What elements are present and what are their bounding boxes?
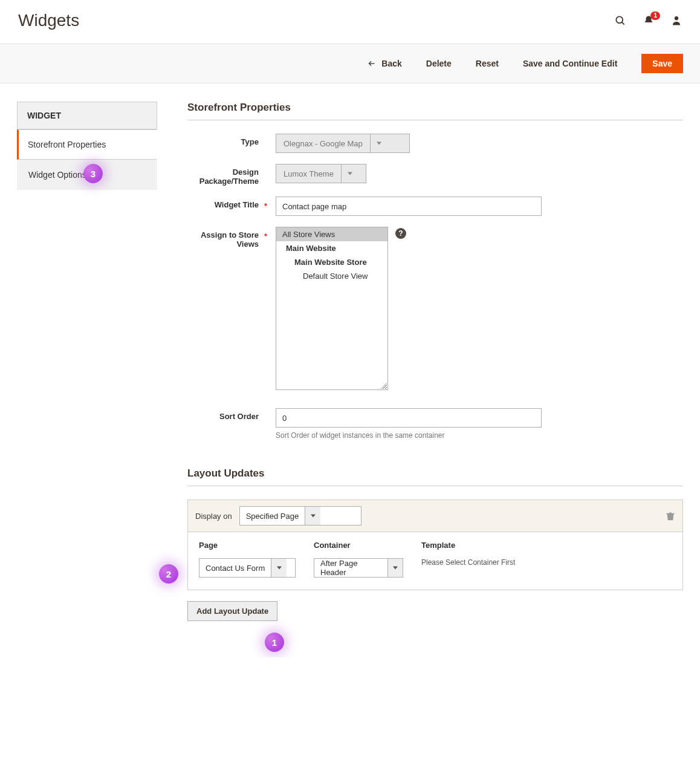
svg-point-2 [675,16,678,20]
save-continue-button[interactable]: Save and Continue Edit [523,59,617,68]
store-option-view[interactable]: Default Store View [276,269,387,283]
label-assign-stores: Assign to Store Views* [187,227,276,390]
back-button[interactable]: Back [367,59,401,68]
sidebar-header: WIDGET [17,102,157,129]
layout-update-row: Display on Specified Page Page Contact U… [187,500,683,590]
template-hint: Please Select Container First [421,558,515,567]
svg-point-0 [616,16,623,23]
theme-select: Lumox Theme [276,164,366,183]
account-icon[interactable] [671,15,682,26]
header-actions: 1 [614,15,682,27]
container-select[interactable]: After Page Header [314,558,403,578]
annotation-callout-1: 1 [265,633,284,652]
save-button[interactable]: Save [641,54,683,73]
label-sort-order: Sort Order [187,408,276,440]
notifications-badge: 1 [650,11,660,20]
display-on-value: Specified Page [240,507,305,525]
label-template: Template [421,541,515,550]
store-option-all[interactable]: All Store Views [276,227,387,241]
layout-col-container: Container After Page Header [314,541,403,578]
store-option-website[interactable]: Main Website [276,241,387,255]
page-title: Widgets [18,11,79,30]
section-title-layouts: Layout Updates [187,467,683,486]
container-value: After Page Header [314,559,387,577]
label-type: Type [187,134,276,153]
sidebar-item-storefront-properties[interactable]: Storefront Properties [17,129,157,160]
section-title-storefront: Storefront Properties [187,102,683,120]
sort-order-hint: Sort Order of widget instances in the sa… [276,431,683,440]
widget-title-input[interactable] [276,197,542,216]
annotation-callout-3: 3 [83,164,103,183]
label-widget-title: Widget Title* [187,197,276,216]
page-value: Contact Us Form [199,559,271,577]
chevron-down-icon [271,559,287,577]
store-option-store[interactable]: Main Website Store [276,255,387,269]
svg-marker-4 [377,142,381,145]
search-icon[interactable] [614,15,626,27]
help-icon[interactable]: ? [395,228,406,239]
svg-marker-7 [277,567,282,570]
reset-button[interactable]: Reset [476,59,499,68]
chevron-down-icon [370,134,388,152]
add-layout-update-button[interactable]: Add Layout Update [187,601,277,621]
layout-col-template: Template Please Select Container First [421,541,515,567]
back-label: Back [381,59,401,68]
label-container: Container [314,541,403,550]
svg-marker-5 [348,172,352,175]
chevron-down-icon [341,164,359,183]
label-theme: Design Package/Theme [187,164,276,186]
resize-handle-icon[interactable] [380,382,387,389]
svg-marker-6 [311,515,316,518]
display-on-select[interactable]: Specified Page [239,506,361,526]
svg-line-1 [622,22,624,25]
type-select: Olegnax - Google Map [276,134,410,153]
page-select[interactable]: Contact Us Form [199,558,296,578]
theme-value: Lumox Theme [276,164,341,183]
action-toolbar: Back Delete Reset Save and Continue Edit… [0,44,700,83]
type-value: Olegnax - Google Map [276,134,370,152]
label-display-on: Display on [195,512,232,521]
layout-col-page: Page Contact Us Form [199,541,296,578]
annotation-callout-2: 2 [159,564,178,584]
notifications-icon[interactable]: 1 [643,15,654,26]
sort-order-input[interactable] [276,408,542,428]
chevron-down-icon [387,559,403,577]
delete-button[interactable]: Delete [426,59,452,68]
label-page: Page [199,541,296,550]
store-views-multiselect[interactable]: All Store Views Main Website Main Websit… [276,227,388,390]
chevron-down-icon [305,507,320,525]
svg-marker-8 [393,567,398,570]
main-panel: Storefront Properties Type Olegnax - Goo… [187,102,683,621]
delete-layout-icon[interactable] [666,511,675,521]
